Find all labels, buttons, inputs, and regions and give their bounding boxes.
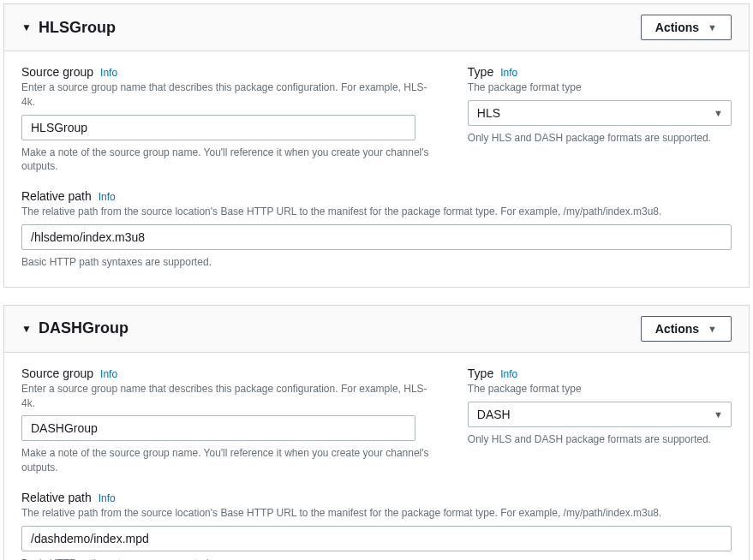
source-group-field: Source group Info Enter a source group n…: [21, 366, 433, 475]
source-group-label: Source group: [21, 366, 93, 380]
caret-down-icon: ▼: [708, 324, 717, 334]
relative-path-help: The relative path from the source locati…: [21, 205, 732, 219]
relative-path-hint: Basic HTTP path syntaxes are supported.: [21, 255, 732, 270]
panel-title-wrap[interactable]: ▼ HLSGroup: [21, 19, 116, 37]
panel-dashgroup: ▼ DASHGroup Actions ▼ Source group Info …: [3, 305, 750, 560]
actions-button[interactable]: Actions ▼: [641, 15, 732, 40]
type-field: Type Info The package format type HLS ▼ …: [468, 65, 732, 174]
panel-header: ▼ HLSGroup Actions ▼: [4, 4, 749, 51]
relative-path-field: Relative path Info The relative path fro…: [21, 491, 732, 560]
source-group-hint: Make a note of the source group name. Yo…: [21, 446, 433, 475]
panel-body: Source group Info Enter a source group n…: [4, 51, 749, 287]
relative-path-help: The relative path from the source locati…: [21, 506, 732, 521]
caret-down-icon: ▼: [21, 21, 32, 33]
panel-title: HLSGroup: [39, 19, 116, 37]
source-group-label: Source group: [21, 65, 93, 79]
relative-path-input[interactable]: [21, 526, 732, 551]
type-label: Type: [468, 65, 493, 79]
source-group-field: Source group Info Enter a source group n…: [21, 65, 433, 174]
type-select[interactable]: HLS: [468, 100, 732, 126]
panel-hlsgroup: ▼ HLSGroup Actions ▼ Source group Info E…: [3, 3, 750, 288]
relative-path-hint: Basic HTTP path syntaxes are supported.: [21, 557, 732, 560]
type-field: Type Info The package format type DASH ▼…: [468, 366, 732, 475]
source-group-input[interactable]: [21, 415, 415, 441]
info-link[interactable]: Info: [100, 368, 117, 380]
relative-path-field: Relative path Info The relative path fro…: [21, 189, 732, 270]
panel-body: Source group Info Enter a source group n…: [4, 353, 749, 560]
info-link[interactable]: Info: [100, 67, 117, 79]
panel-header: ▼ DASHGroup Actions ▼: [4, 306, 749, 353]
info-link[interactable]: Info: [500, 368, 517, 380]
source-group-hint: Make a note of the source group name. Yo…: [21, 146, 433, 175]
source-group-help: Enter a source group name that describes…: [21, 80, 433, 110]
type-help: The package format type: [468, 80, 732, 95]
type-select[interactable]: DASH: [468, 402, 732, 427]
panel-title: DASHGroup: [39, 319, 128, 337]
type-hint: Only HLS and DASH package formats are su…: [468, 131, 732, 146]
source-group-input[interactable]: [21, 115, 415, 140]
relative-path-input[interactable]: [21, 224, 732, 250]
relative-path-label: Relative path: [21, 491, 92, 504]
panel-title-wrap[interactable]: ▼ DASHGroup: [21, 319, 128, 337]
relative-path-label: Relative path: [21, 189, 92, 203]
info-link[interactable]: Info: [500, 67, 517, 79]
info-link[interactable]: Info: [99, 492, 116, 504]
type-help: The package format type: [468, 382, 732, 396]
type-label: Type: [468, 366, 493, 380]
caret-down-icon: ▼: [708, 22, 717, 33]
info-link[interactable]: Info: [99, 191, 116, 203]
source-group-help: Enter a source group name that describes…: [21, 382, 433, 411]
actions-button[interactable]: Actions ▼: [641, 316, 732, 342]
type-hint: Only HLS and DASH package formats are su…: [468, 432, 732, 447]
actions-button-label: Actions: [655, 322, 699, 336]
caret-down-icon: ▼: [21, 323, 32, 335]
actions-button-label: Actions: [655, 21, 699, 34]
